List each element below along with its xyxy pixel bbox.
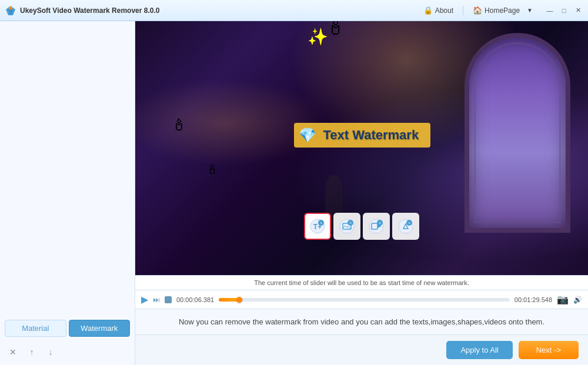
move-down-button[interactable]: ↓ bbox=[42, 344, 59, 360]
watermark-toolbar: T+ + + bbox=[304, 213, 419, 240]
dropdown-nav[interactable]: ▼ bbox=[527, 7, 533, 14]
content-area: 🕯 🕯 🕯 ✨ 💎 Text Watermark bbox=[135, 21, 588, 365]
progress-bar[interactable] bbox=[219, 298, 510, 302]
character-decoration bbox=[325, 175, 343, 216]
hint-text: The current time of slider will be used … bbox=[254, 279, 469, 286]
play-button[interactable]: ▶ bbox=[141, 294, 148, 305]
close-button[interactable]: ✕ bbox=[573, 5, 583, 16]
step-forward-button[interactable]: ⏭ bbox=[153, 296, 160, 304]
description-area: Now you can remove the watermark from vi… bbox=[135, 309, 588, 334]
arch-window-decoration bbox=[465, 33, 570, 233]
watermark-box: 💎 Text Watermark bbox=[294, 123, 431, 148]
about-label: About bbox=[435, 6, 453, 15]
sidebar: Material Watermark ✕ ↑ ↓ bbox=[0, 21, 135, 365]
main-area: Material Watermark ✕ ↑ ↓ 🕯 🕯 🕯 ✨ bbox=[0, 21, 588, 365]
chandelier2-decoration: ✨ bbox=[308, 27, 328, 46]
add-text-watermark-button[interactable]: T+ + bbox=[304, 213, 331, 240]
tab-watermark[interactable]: Watermark bbox=[69, 320, 131, 337]
torch-decoration-left2: 🕯 bbox=[206, 162, 219, 178]
video-watermark-icon: + bbox=[368, 218, 385, 235]
torch-decoration-left: 🕯 bbox=[171, 115, 187, 135]
svg-text:+: + bbox=[408, 221, 410, 225]
sidebar-tabs: Material Watermark bbox=[0, 315, 135, 341]
progress-handle[interactable] bbox=[236, 297, 242, 303]
chevron-down-icon: ▼ bbox=[527, 7, 533, 14]
nav-separator bbox=[463, 6, 463, 15]
sidebar-content bbox=[0, 21, 135, 315]
tab-material[interactable]: Material bbox=[5, 320, 66, 337]
chandelier-decoration: 🕯 bbox=[325, 21, 346, 40]
watermark-text: Text Watermark bbox=[323, 128, 419, 142]
title-bar-left: UkeySoft Video Watermark Remover 8.0.0 bbox=[5, 5, 159, 16]
bottom-action-bar: Apply to All Next -> bbox=[135, 334, 588, 365]
homepage-label: HomePage bbox=[485, 6, 520, 15]
maximize-button[interactable]: □ bbox=[559, 5, 569, 16]
title-bar: UkeySoft Video Watermark Remover 8.0.0 🔒… bbox=[0, 0, 588, 21]
apply-to-all-button[interactable]: Apply to All bbox=[446, 341, 512, 359]
total-time: 00:01:29.548 bbox=[514, 296, 552, 303]
shape-watermark-icon: + bbox=[397, 218, 414, 235]
video-background: 🕯 🕯 🕯 ✨ 💎 Text Watermark bbox=[135, 21, 588, 275]
home-icon: 🏠 bbox=[473, 6, 482, 15]
stop-button[interactable] bbox=[165, 296, 172, 303]
image-watermark-icon: + bbox=[339, 218, 355, 235]
watermark-diamond-icon: 💎 bbox=[299, 127, 316, 143]
move-up-button[interactable]: ↑ bbox=[24, 344, 40, 360]
description-text: Now you can remove the watermark from vi… bbox=[147, 317, 576, 326]
screenshot-button[interactable]: 📷 bbox=[557, 294, 569, 305]
playback-controls: ▶ ⏭ 00:00:06.381 00:01:29.548 📷 🔊 bbox=[135, 290, 588, 309]
current-time: 00:00:06.381 bbox=[176, 296, 214, 303]
window-controls: — □ ✕ bbox=[544, 5, 583, 16]
about-nav[interactable]: 🔒 About bbox=[423, 6, 453, 15]
text-watermark-icon: T+ + bbox=[309, 218, 326, 235]
svg-text:+: + bbox=[379, 221, 381, 225]
next-button[interactable]: Next -> bbox=[519, 341, 579, 359]
add-image-watermark-button[interactable]: + bbox=[333, 213, 360, 240]
sidebar-actions: ✕ ↑ ↓ bbox=[0, 341, 135, 365]
hint-bar: The current time of slider will be used … bbox=[135, 275, 588, 290]
app-icon bbox=[5, 5, 16, 16]
delete-item-button[interactable]: ✕ bbox=[5, 344, 21, 360]
add-shape-watermark-button[interactable]: + bbox=[392, 213, 419, 240]
svg-text:+: + bbox=[349, 221, 352, 225]
volume-icon[interactable]: 🔊 bbox=[573, 296, 582, 304]
homepage-nav[interactable]: 🏠 HomePage bbox=[473, 6, 520, 15]
title-bar-right: 🔒 About 🏠 HomePage ▼ — □ ✕ bbox=[423, 5, 583, 16]
video-player: 🕯 🕯 🕯 ✨ 💎 Text Watermark bbox=[135, 21, 588, 275]
app-title: UkeySoft Video Watermark Remover 8.0.0 bbox=[20, 6, 159, 15]
svg-text:+: + bbox=[320, 221, 322, 225]
minimize-button[interactable]: — bbox=[544, 5, 555, 16]
lock-icon: 🔒 bbox=[423, 6, 433, 15]
watermark-overlay: 💎 Text Watermark bbox=[294, 123, 431, 148]
add-video-watermark-button[interactable]: + bbox=[363, 213, 390, 240]
